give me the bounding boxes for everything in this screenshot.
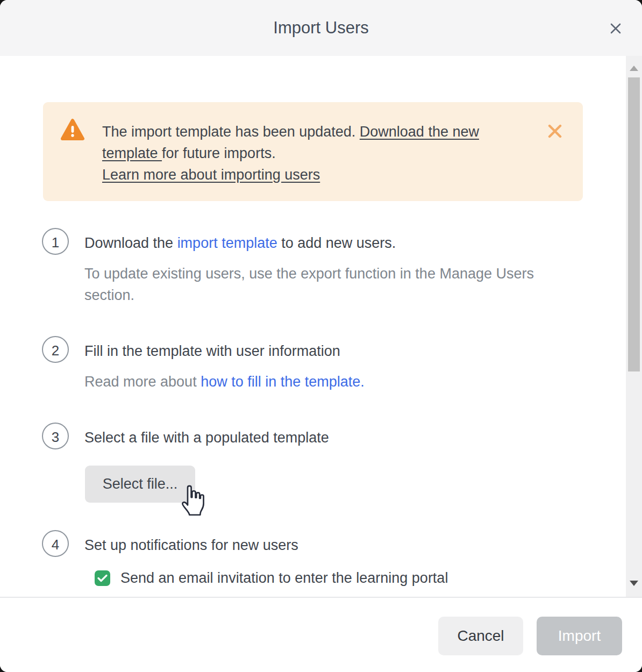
email-invitation-checkbox[interactable] <box>95 570 110 586</box>
checkmark-icon <box>97 574 108 582</box>
step-1-heading-post: to add new users. <box>277 235 396 251</box>
import-template-link[interactable]: import template <box>177 235 277 251</box>
step-indicator-4: 4 <box>42 530 69 557</box>
banner-message: The import template has been updated. Do… <box>102 121 530 185</box>
banner-text-after: for future imports. <box>162 145 276 161</box>
step-2-subtext: Read more about how to fill in the templ… <box>84 371 552 392</box>
dialog-footer: Cancel Import <box>0 597 642 672</box>
vertical-scrollbar[interactable] <box>626 56 642 597</box>
dialog-header: Import Users <box>0 0 642 56</box>
step-1-heading: Download the import template to add new … <box>84 234 396 252</box>
step-indicator-1: 1 <box>42 228 69 255</box>
scrollbar-up-arrow-icon[interactable] <box>630 66 638 71</box>
learn-more-link[interactable]: Learn more about importing users <box>102 164 320 185</box>
step-1-heading-pre: Download the <box>84 235 177 251</box>
dialog-close-button[interactable] <box>605 18 626 39</box>
step-2-subtext-pre: Read more about <box>84 374 201 390</box>
banner-text-before: The import template has been updated. <box>102 124 360 140</box>
scrollbar-thumb[interactable] <box>628 77 640 371</box>
step-indicator-2: 2 <box>42 336 69 363</box>
select-file-button[interactable]: Select file... <box>85 466 195 503</box>
dialog-title: Import Users <box>0 0 642 56</box>
close-icon <box>608 20 624 37</box>
cancel-button[interactable]: Cancel <box>438 617 523 655</box>
warning-icon <box>60 118 85 142</box>
banner-dismiss-button[interactable] <box>545 121 565 141</box>
step-4-heading: Set up notifications for new users <box>84 536 298 554</box>
email-invitation-checkbox-label: Send an email invitation to enter the le… <box>120 570 448 587</box>
step-2-heading: Fill in the template with user informati… <box>84 342 340 360</box>
step-1-subtext: To update existing users, use the export… <box>84 263 552 306</box>
import-users-dialog: Import Users The import template has bee… <box>0 0 642 672</box>
step-indicator-3: 3 <box>42 423 69 449</box>
scrollbar-down-arrow-icon[interactable] <box>630 581 638 586</box>
import-button[interactable]: Import <box>537 617 622 655</box>
banner-close-icon <box>547 123 563 139</box>
step-3-heading: Select a file with a populated template <box>84 428 329 447</box>
how-to-fill-template-link[interactable]: how to fill in the template. <box>201 374 365 390</box>
